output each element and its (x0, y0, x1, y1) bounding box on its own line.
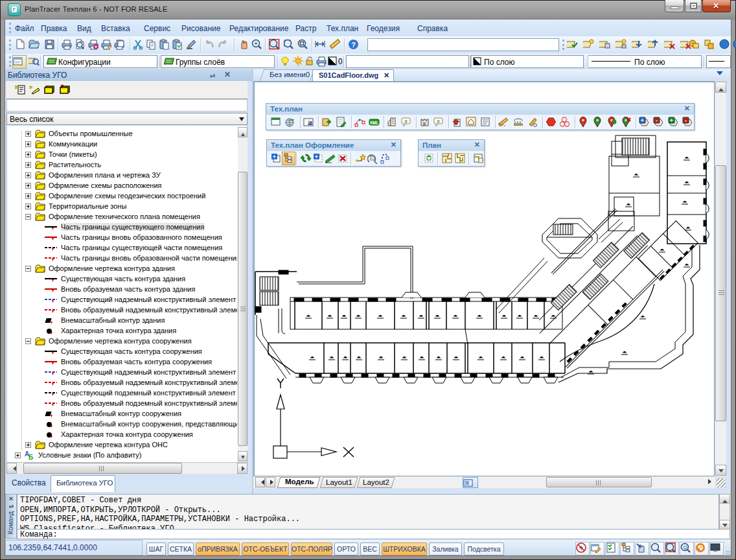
svg-text:-: - (656, 117, 658, 124)
svg-text:+: + (669, 117, 673, 124)
svg-text:+: + (315, 154, 318, 160)
svg-text:-: - (685, 117, 687, 124)
svg-text:#: # (437, 119, 440, 124)
svg-text:Б: Б (29, 454, 33, 460)
svg-text:?: ? (351, 41, 356, 49)
svg-text:+: + (273, 154, 276, 160)
svg-text:Q: Q (684, 544, 687, 550)
svg-text:#: # (404, 119, 408, 124)
svg-text:+: + (641, 117, 644, 124)
svg-text:XML: XML (369, 121, 378, 125)
